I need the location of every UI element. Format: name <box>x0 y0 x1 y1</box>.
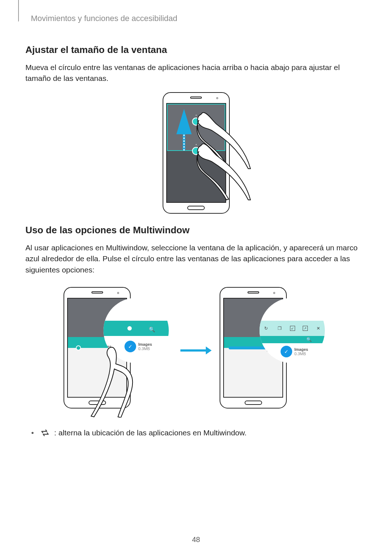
phone-sensor <box>117 292 119 294</box>
bullet-marker: • <box>31 428 34 437</box>
phone-sensor <box>216 97 218 99</box>
phone-home-button <box>187 206 205 210</box>
phone-with-bubble-right: ↻ ❐ ↙ ↗ ✕ 🔍 files ✓ Images 0.3MB <box>220 283 328 418</box>
phone-earpiece <box>190 97 202 99</box>
phone-sensor <box>273 292 275 294</box>
phone-earpiece <box>248 291 259 294</box>
dotted-outline <box>103 298 169 363</box>
divider-handle <box>76 345 81 350</box>
chevron-up-icon: ˄ <box>195 115 197 118</box>
breadcrumb: Movimientos y funciones de accesibilidad <box>31 14 367 23</box>
arrow-right-icon <box>180 345 212 356</box>
bullet-text: : alterna la ubicación de las aplicacion… <box>54 428 246 437</box>
resize-handle-target: ˄ ˅ <box>192 118 200 126</box>
paragraph-multiwindow-options: Al usar aplicaciones en Multiwindow, sel… <box>25 242 367 275</box>
heading-multiwindow-options: Uso de las opciones de Multiwindow <box>25 225 367 236</box>
chevron-up-icon: ˄ <box>195 144 197 148</box>
chevron-down-icon: ˅ <box>195 125 197 128</box>
bottom-app-pane <box>167 151 225 202</box>
bullet-swap-apps: • : alterna la ubicación de las aplicaci… <box>25 428 367 437</box>
page-corner-mark <box>18 0 25 22</box>
phone-home-button <box>89 401 106 405</box>
magnifier-bubble-before: 🔍 files ✓ Images 0.3MB <box>103 298 169 363</box>
figure-resize-window: ˄ ˅ ˄ ˅ <box>25 92 367 214</box>
phone-screen: ˄ ˅ ˄ ˅ <box>166 103 226 203</box>
phone-with-bubble-left: 🔍 files ✓ Images 0.3MB <box>64 283 172 418</box>
paragraph-adjust-window-size: Mueva el círculo entre las ventanas de a… <box>25 62 367 84</box>
chevron-down-icon: ˅ <box>195 154 197 158</box>
phone-illustration-1: ˄ ˅ ˄ ˅ <box>163 92 230 214</box>
page-number: 48 <box>0 535 392 544</box>
swap-icon <box>40 429 50 436</box>
phone-home-button <box>245 401 262 405</box>
phone-earpiece <box>91 291 103 294</box>
figure-multiwindow-options: 🔍 files ✓ Images 0.3MB <box>25 283 367 418</box>
dotted-outline <box>260 298 325 363</box>
heading-adjust-window-size: Ajustar el tamaño de la ventana <box>25 44 367 56</box>
magnifier-bubble-after: ↻ ❐ ↙ ↗ ✕ 🔍 files ✓ Images 0.3MB <box>260 298 325 363</box>
resize-handle-origin: ˄ ˅ <box>192 147 200 155</box>
